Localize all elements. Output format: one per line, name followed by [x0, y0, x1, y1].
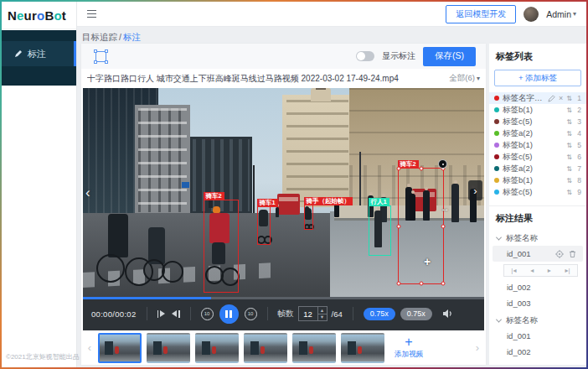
avatar[interactable]	[524, 7, 539, 22]
user-name: Admin	[546, 9, 571, 19]
sort-icon[interactable]: ⇅	[566, 177, 572, 184]
back-to-model-dev-button[interactable]: 返回模型开发	[446, 5, 516, 23]
video-filter-dropdown[interactable]: 全部(6) ▾	[449, 73, 480, 84]
result-item[interactable]: id_003	[489, 295, 586, 311]
rect-select-tool-icon[interactable]	[95, 51, 106, 62]
player-controls: 00:00/00:02 10 10 帧数 ▲▼ /64 0.75x 0.75x	[83, 297, 484, 330]
last-frame-icon[interactable]: ▸|	[565, 268, 570, 274]
video-thumbnail[interactable]	[147, 333, 190, 363]
resize-handle[interactable]	[441, 282, 446, 286]
user-menu[interactable]: Admin ▾	[546, 9, 576, 19]
delete-label-icon[interactable]: ×	[559, 95, 563, 102]
result-group-header[interactable]: 标签名称	[489, 231, 586, 246]
logo: NeuroBot	[2, 2, 76, 29]
forward-10-icon[interactable]: 10	[245, 308, 257, 320]
resize-handle[interactable]	[419, 282, 423, 286]
frame-input[interactable]	[299, 307, 317, 320]
resize-handle[interactable]	[441, 224, 446, 228]
label-list-item[interactable]: 标签名字最长数...×⇅1	[489, 92, 586, 104]
next-frame-button[interactable]	[172, 310, 180, 318]
annotation-box[interactable]: 骑车1	[257, 206, 271, 245]
next-video-overlay-icon[interactable]: ›	[468, 180, 482, 200]
thumbs-next-icon[interactable]: ›	[473, 341, 482, 354]
sort-icon[interactable]: ⇅	[566, 165, 572, 173]
resize-handle[interactable]	[397, 282, 401, 286]
label-list-item[interactable]: 标签c(5)⇅6	[489, 151, 586, 163]
label-list-item[interactable]: 标签b(1)⇅8	[489, 174, 586, 186]
sort-icon[interactable]: ⇅	[566, 130, 572, 138]
video-thumbnail[interactable]	[292, 333, 336, 363]
add-label-button[interactable]: + 添加标签	[494, 70, 581, 86]
breadcrumb-parent[interactable]: 目标追踪	[82, 32, 117, 44]
frame-down-icon[interactable]: ▼	[318, 314, 327, 321]
result-group-name: 标签名称	[506, 315, 538, 326]
prev-video-overlay-icon[interactable]: ‹	[85, 184, 90, 201]
volume-icon[interactable]	[442, 309, 453, 319]
resize-handle[interactable]	[419, 167, 423, 171]
show-annotation-toggle[interactable]	[356, 51, 374, 61]
scene-pole	[359, 152, 361, 214]
main-card: 显示标注 保存(S) 十字路口路口行人 城市交通上下班高峰斑马线过马路视频 20…	[81, 44, 486, 365]
label-color-dot	[494, 119, 499, 124]
video-thumbnail[interactable]	[341, 333, 384, 363]
video-canvas[interactable]: 骑车2骑车1骑手（起始帧）行人1骑车2 ‹ › + ↔	[83, 88, 484, 297]
sort-icon[interactable]: ⇅	[566, 107, 572, 114]
label-color-dot	[494, 154, 499, 159]
add-video-button[interactable]: + 添加视频	[389, 332, 429, 364]
label-index: 5	[575, 141, 581, 149]
prev-frame-button[interactable]	[157, 310, 166, 318]
first-frame-icon[interactable]: |◂	[511, 268, 516, 274]
annotation-box[interactable]: 骑手（起始帧）	[304, 205, 313, 230]
result-item[interactable]: id_001	[489, 328, 586, 344]
rewind-10-icon[interactable]: 10	[201, 308, 214, 320]
save-button[interactable]: 保存(S)	[423, 47, 476, 66]
resize-handle[interactable]	[397, 167, 401, 171]
breadcrumb: 目标追踪 / 标注	[82, 32, 141, 44]
video-thumbnail[interactable]	[195, 333, 239, 363]
video-thumbnail[interactable]	[98, 333, 142, 363]
progress-bar[interactable]	[83, 297, 484, 299]
video-thumbnail[interactable]	[244, 333, 287, 363]
result-group-header[interactable]: 标签名称	[489, 314, 586, 328]
scene-person	[451, 184, 459, 222]
prev-frame-icon[interactable]: ◂	[530, 268, 534, 274]
speed-pill[interactable]: 0.75x	[400, 308, 432, 320]
sort-icon[interactable]: ⇅	[566, 118, 572, 126]
resize-handle[interactable]	[397, 224, 401, 228]
label-list-title: 标签列表	[489, 50, 586, 63]
label-list-item[interactable]: 标签a(2)⇅7	[489, 163, 586, 174]
result-item-id: id_003	[507, 363, 531, 365]
label-list-item[interactable]: 标签b(1)⇅2	[489, 104, 586, 116]
app-window: NeuroBot 标注 ©2021北京矩视智能出品 返回模型开发 Admin ▾…	[2, 2, 586, 367]
label-list-item[interactable]: 标签c(5)⇅9	[489, 186, 586, 198]
trash-icon[interactable]	[569, 250, 576, 258]
thumbs-prev-icon[interactable]: ‹	[85, 341, 94, 354]
label-name: 标签c(5)	[503, 152, 563, 163]
edit-label-icon[interactable]	[548, 95, 555, 102]
logo-char: e	[17, 8, 24, 23]
sort-icon[interactable]: ⇅	[566, 142, 572, 149]
move-handle-icon[interactable]	[438, 159, 447, 169]
speed-pill-active[interactable]: 0.75x	[364, 308, 395, 320]
result-item[interactable]: id_002	[489, 344, 586, 360]
label-list-item[interactable]: 标签b(1)⇅5	[489, 139, 586, 151]
sort-icon[interactable]: ⇅	[566, 95, 572, 102]
annotation-box[interactable]: 骑车2	[204, 200, 239, 293]
result-item[interactable]: id_003	[489, 360, 586, 365]
sort-icon[interactable]: ⇅	[566, 153, 572, 161]
pause-button[interactable]	[219, 304, 239, 324]
crosshair-cursor: +	[424, 256, 431, 268]
result-item[interactable]: id_002	[489, 279, 586, 295]
locate-icon[interactable]	[555, 250, 564, 258]
frame-up-icon[interactable]: ▲	[318, 307, 327, 314]
next-frame-icon[interactable]: ▸	[548, 268, 551, 274]
annotation-box[interactable]: 行人1	[369, 205, 391, 256]
result-item[interactable]: id_001	[493, 246, 583, 262]
label-list-item[interactable]: 标签a(2)⇅4	[489, 127, 586, 139]
scene-building	[282, 95, 353, 207]
label-list-item[interactable]: 标签c(5)⇅3	[489, 116, 586, 127]
annotation-box-selected[interactable]: 骑车2	[398, 168, 444, 284]
sidebar-fold-icon[interactable]	[87, 10, 96, 18]
sort-icon[interactable]: ⇅	[566, 189, 572, 196]
sidebar-item-annotate[interactable]: 标注	[2, 41, 76, 66]
